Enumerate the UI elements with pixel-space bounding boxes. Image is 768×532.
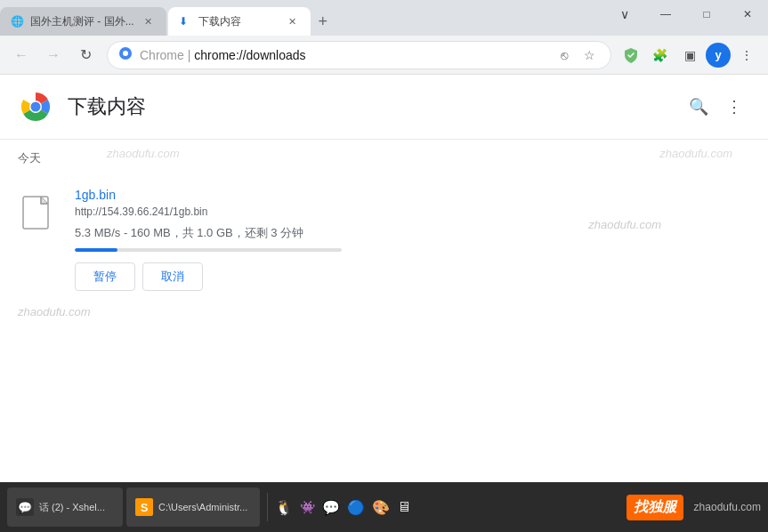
address-text: Chrome | chrome://downloads <box>140 48 546 62</box>
shield-svg <box>622 46 640 64</box>
more-options-button[interactable]: ⋮ <box>732 41 761 69</box>
tab-favicon-2: ⬇ <box>179 15 191 28</box>
main-content: 下载内容 🔍 ⋮ zhaodufu.com zhaodufu.com 今天 <box>0 75 768 482</box>
address-icon <box>118 46 133 63</box>
forward-button[interactable]: → <box>39 41 68 69</box>
more-actions-button[interactable]: ⋮ <box>718 91 750 123</box>
search-button[interactable]: 🔍 <box>683 91 715 123</box>
back-button[interactable]: ← <box>7 41 36 69</box>
media-button[interactable]: ▣ <box>675 41 704 69</box>
tab-active[interactable]: ⬇ 下载内容 ✕ <box>168 7 311 36</box>
header-actions: 🔍 ⋮ <box>683 91 750 123</box>
cancel-button[interactable]: 取消 <box>142 262 203 291</box>
download-info: 1gb.bin http://154.39.66.241/1gb.bin 5.3… <box>75 188 750 291</box>
shield-icon[interactable] <box>618 43 643 68</box>
share-icon[interactable]: ⎋ <box>554 44 575 66</box>
sublime-label: C:\Users\Administr... <box>158 502 247 512</box>
taskbar-separator <box>267 493 268 521</box>
bookmark-icon[interactable]: ☆ <box>578 44 600 66</box>
taskbar-brand[interactable]: 找独服 <box>627 495 683 520</box>
chrome-logo <box>18 89 53 125</box>
chrome-favicon-icon <box>118 46 133 60</box>
taskbar-icon-6[interactable]: 🖥 <box>397 499 411 515</box>
nav-bar: ← → ↻ Chrome | chrome://downloads ⎋ ☆ <box>0 36 768 75</box>
title-bar: 🌐 国外主机测评 - 国外... ✕ ⬇ 下载内容 ✕ + ∨ — □ ✕ <box>0 0 768 36</box>
tab-scroll-button[interactable]: ∨ <box>604 0 645 28</box>
xshell-icon: 💬 <box>16 498 34 516</box>
profile-button[interactable]: y <box>706 43 731 68</box>
maximize-button[interactable]: □ <box>686 0 727 28</box>
watermark-bottom-left: zhaodufu.com <box>18 305 91 318</box>
taskbar-right: 找独服 zhaodufu.com <box>627 495 761 520</box>
downloads-header: 下载内容 🔍 ⋮ <box>0 75 768 140</box>
refresh-button[interactable]: ↻ <box>71 41 100 69</box>
svg-point-4 <box>31 102 41 112</box>
taskbar-item-xshell[interactable]: 💬 话 (2) - Xshel... <box>7 488 123 527</box>
tab-title-2: 下载内容 <box>198 14 279 29</box>
watermark-3: zhaodufu.com <box>588 218 661 231</box>
download-actions: 暂停 取消 <box>75 262 750 291</box>
file-icon <box>18 191 61 241</box>
taskbar-icon-3[interactable]: 💬 <box>322 499 340 516</box>
window-controls: ∨ — □ ✕ <box>604 0 768 28</box>
main-content-wrapper: 下载内容 🔍 ⋮ zhaodufu.com zhaodufu.com 今天 <box>0 75 768 482</box>
minimize-button[interactable]: — <box>645 0 686 28</box>
progress-bar-container <box>75 248 342 252</box>
address-bar[interactable]: Chrome | chrome://downloads ⎋ ☆ <box>107 41 611 69</box>
tab-title-1: 国外主机测评 - 国外... <box>30 14 134 29</box>
toolbar-buttons: 🧩 ▣ y ⋮ <box>618 41 761 69</box>
taskbar: 💬 话 (2) - Xshel... S C:\Users\Administr.… <box>0 482 768 532</box>
new-tab-button[interactable]: + <box>311 9 335 34</box>
page-title: 下载内容 <box>68 93 668 120</box>
file-name[interactable]: 1gb.bin <box>75 188 750 202</box>
pause-button[interactable]: 暂停 <box>75 262 135 291</box>
svg-point-1 <box>123 51 128 56</box>
address-actions: ⎋ ☆ <box>554 44 600 66</box>
progress-bar-fill <box>75 248 117 252</box>
taskbar-url: zhaodufu.com <box>694 501 761 513</box>
xshell-label: 话 (2) - Xshel... <box>39 501 105 514</box>
address-prefix: Chrome | <box>140 48 194 62</box>
watermark-container-bottom: zhaodufu.com <box>0 305 768 319</box>
taskbar-icons: 🐧 👾 💬 🔵 🎨 🖥 <box>275 499 411 516</box>
taskbar-icon-5[interactable]: 🎨 <box>372 499 390 516</box>
taskbar-icon-2[interactable]: 👾 <box>300 500 315 514</box>
tab-close-2[interactable]: ✕ <box>286 14 300 28</box>
tab-inactive[interactable]: 🌐 国外主机测评 - 国外... ✕ <box>0 7 166 36</box>
download-item: 1gb.bin http://154.39.66.241/1gb.bin 5.3… <box>0 173 768 305</box>
file-url: http://154.39.66.241/1gb.bin <box>75 206 750 218</box>
tab-favicon-1: 🌐 <box>11 15 23 28</box>
taskbar-icon-1[interactable]: 🐧 <box>275 499 293 516</box>
section-label-today: 今天 <box>0 140 768 173</box>
sublime-icon: S <box>135 498 153 516</box>
taskbar-item-sublime[interactable]: S C:\Users\Administr... <box>126 488 260 527</box>
taskbar-icon-4[interactable]: 🔵 <box>347 499 365 516</box>
extensions-button[interactable]: 🧩 <box>645 41 674 69</box>
tab-close-1[interactable]: ✕ <box>141 14 156 28</box>
chrome-logo-svg <box>18 89 53 125</box>
file-icon-svg <box>21 195 57 238</box>
close-button[interactable]: ✕ <box>727 0 768 28</box>
address-url: chrome://downloads <box>194 48 305 62</box>
